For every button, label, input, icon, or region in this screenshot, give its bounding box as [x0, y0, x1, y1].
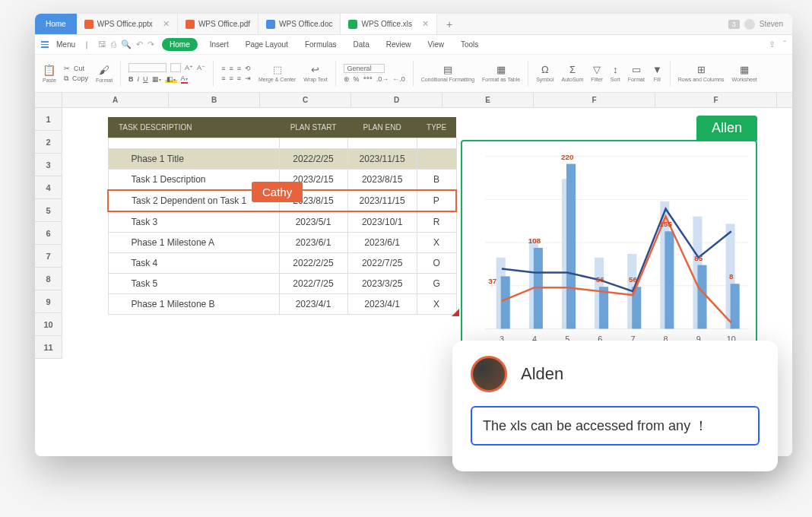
close-icon[interactable]: ✕ — [422, 19, 429, 29]
cell-desc[interactable]: Task 5 — [108, 274, 279, 294]
italic-button[interactable]: I — [138, 75, 140, 83]
align-middle-icon[interactable]: ≡ — [229, 65, 233, 72]
rows-columns-button[interactable]: ⊞Rows and Columns — [675, 64, 728, 83]
cell-end[interactable]: 2023/10/1 — [347, 211, 417, 233]
increase-font-icon[interactable]: A⁺ — [185, 64, 193, 71]
embedded-chart[interactable]: Allen 345678910108220565615585837 — [461, 140, 757, 353]
redo-icon[interactable]: ↷ — [147, 40, 154, 49]
column-header[interactable]: D — [351, 93, 442, 107]
cell-start[interactable]: 2022/2/25 — [279, 149, 347, 170]
copy-icon[interactable]: ⧉ — [64, 75, 68, 83]
merge-center-button[interactable]: ⬚ Merge & Center — [255, 64, 299, 83]
format-painter-button[interactable]: 🖌 Format — [93, 64, 116, 84]
bold-button[interactable]: B — [128, 75, 134, 83]
share-icon[interactable]: ⇪ — [769, 40, 776, 49]
cell-end[interactable]: 2023/11/15 — [347, 190, 417, 211]
row-header[interactable]: 11 — [35, 336, 62, 359]
cell-type[interactable]: X — [417, 294, 456, 315]
row-header[interactable]: 5 — [35, 199, 62, 222]
save-icon[interactable]: 🖫 — [98, 40, 106, 49]
cell-end[interactable]: 2023/11/15 — [347, 149, 417, 170]
number-format-select[interactable]: General — [344, 64, 385, 73]
align-bottom-icon[interactable]: ≡ — [237, 65, 241, 72]
undo-icon[interactable]: ↶ — [136, 40, 143, 49]
row-header[interactable]: 7 — [35, 245, 62, 268]
cell-start[interactable]: 2022/7/25 — [279, 274, 347, 294]
doc-tab-pdf[interactable]: WPS Office.pdf — [178, 14, 259, 34]
format-as-table-button[interactable]: ▦Format as Table — [479, 64, 523, 83]
doc-tab-doc[interactable]: WPS Office.doc — [259, 14, 341, 34]
align-top-icon[interactable]: ≡ — [221, 65, 225, 72]
wrap-text-button[interactable]: ↩ Wrap Text — [300, 64, 330, 83]
decrease-decimal-icon[interactable]: ←.0 — [392, 75, 405, 83]
cell-end[interactable]: 2023/8/15 — [347, 170, 417, 191]
row-header[interactable]: 2 — [35, 131, 62, 154]
hamburger-icon[interactable] — [41, 41, 49, 48]
align-right-icon[interactable]: ≡ — [237, 75, 241, 82]
cell-start[interactable]: 2022/2/25 — [279, 253, 347, 274]
cell-type[interactable]: G — [417, 274, 456, 294]
close-icon[interactable]: ✕ — [163, 19, 170, 29]
column-header[interactable]: A — [62, 93, 169, 107]
paste-button[interactable]: 📋 Paste — [40, 64, 59, 84]
decrease-font-icon[interactable]: A⁻ — [197, 64, 205, 71]
column-header[interactable]: E — [442, 93, 534, 107]
ribbon-tab-insert[interactable]: Insert — [205, 38, 233, 51]
font-family-select[interactable] — [128, 63, 167, 72]
comment-input[interactable]: The xls can be accessed from any ！ — [471, 406, 760, 446]
cell-type[interactable]: B — [417, 170, 456, 191]
table-row[interactable]: Task 32023/5/12023/10/1R — [108, 211, 456, 233]
cell-end[interactable]: 2022/7/25 — [347, 253, 417, 274]
cell-start[interactable]: 2023/5/1 — [279, 211, 347, 233]
table-row[interactable]: Phase 1 Title2022/2/252023/11/15 — [108, 149, 456, 170]
column-header[interactable]: F — [534, 93, 655, 107]
align-center-icon[interactable]: ≡ — [229, 75, 233, 82]
cut-icon[interactable]: ✂ — [64, 65, 70, 72]
sort-button[interactable]: ↕Sort — [607, 64, 623, 83]
cell-desc[interactable]: Task 3 — [108, 211, 279, 233]
cell-end[interactable]: 2023/4/1 — [347, 294, 417, 315]
column-header[interactable]: B — [169, 93, 260, 107]
ribbon-tab-review[interactable]: Review — [382, 38, 416, 51]
ribbon-tab-page-layout[interactable]: Page Layout — [241, 38, 293, 51]
ribbon-tab-tools[interactable]: Tools — [456, 38, 483, 51]
percent-icon[interactable]: % — [354, 75, 360, 83]
table-row[interactable]: Phase 1 Milestone A2023/6/12023/6/1X — [108, 233, 456, 253]
conditional-formatting-button[interactable]: ▤Conditional Formatting — [418, 64, 477, 83]
font-color-button[interactable]: A▾ — [181, 75, 188, 84]
row-header[interactable]: 8 — [35, 268, 62, 290]
symbol-button[interactable]: ΩSymbol — [533, 64, 557, 83]
format-button[interactable]: ▭Format — [625, 64, 648, 83]
cell-type[interactable]: R — [417, 211, 456, 233]
menu-label[interactable]: Menu — [56, 40, 75, 49]
cell-type[interactable]: O — [417, 253, 456, 274]
align-left-icon[interactable]: ≡ — [221, 75, 225, 82]
home-tab[interactable]: Home — [35, 14, 77, 34]
cell-end[interactable]: 2023/6/1 — [347, 233, 417, 253]
cell-desc[interactable]: Phase 1 Milestone B — [108, 294, 279, 315]
user-area[interactable]: 3 Steven — [728, 14, 792, 34]
collapse-ribbon-icon[interactable]: ˆ — [783, 40, 786, 49]
copy-label[interactable]: Copy — [72, 75, 88, 82]
worksheet-button[interactable]: ▦Worksheet — [728, 64, 760, 83]
underline-button[interactable]: U — [143, 75, 148, 83]
ribbon-tab-data[interactable]: Data — [349, 38, 374, 51]
row-header[interactable]: 3 — [35, 154, 62, 176]
table-row[interactable]: Task 52022/7/252023/3/25G — [108, 274, 456, 294]
row-header[interactable]: 1 — [35, 108, 62, 131]
new-tab-button[interactable]: + — [437, 14, 462, 34]
ribbon-tab-formulas[interactable]: Formulas — [300, 38, 341, 51]
indent-icon[interactable]: ⇥ — [245, 75, 251, 82]
cell-end[interactable]: 2023/3/25 — [347, 274, 417, 294]
doc-tab-pptx[interactable]: WPS Office.pptx ✕ — [77, 14, 178, 34]
border-button[interactable]: ▦▾ — [152, 75, 161, 83]
cell-start[interactable]: 2023/6/1 — [279, 233, 347, 253]
table-row[interactable]: Phase 1 Milestone B2023/4/12023/4/1X — [108, 294, 456, 315]
print-icon[interactable]: ⎙ — [111, 40, 116, 49]
autosum-button[interactable]: ΣAutoSum — [559, 64, 587, 83]
task-table[interactable]: TASK DESCRIPTION PLAN START PLAN END TYP… — [107, 117, 457, 315]
doc-tab-xls[interactable]: WPS Office.xls ✕ — [341, 14, 437, 34]
row-header[interactable]: 10 — [35, 313, 62, 336]
cell-type[interactable]: P — [417, 190, 456, 211]
comma-icon[interactable]: ᵒᵒᵒ — [363, 75, 373, 83]
